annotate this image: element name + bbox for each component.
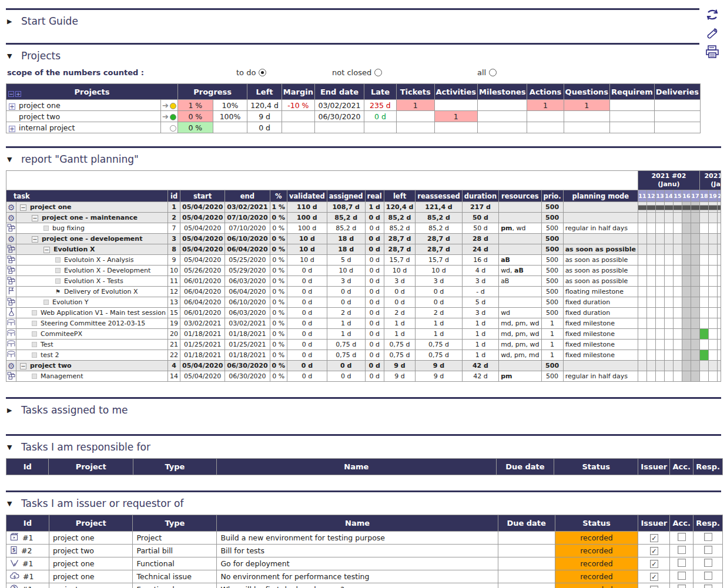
collapse-icon[interactable]: − <box>43 247 50 253</box>
task-name[interactable]: Delivery of Evolution X <box>64 288 138 295</box>
issuer-checkbox[interactable]: ✓ <box>650 586 658 588</box>
task-id[interactable]: #1 <box>22 559 33 568</box>
section-header-tasks-assigned[interactable]: ▶ Tasks assigned to me <box>6 399 721 421</box>
activities-count <box>434 100 478 111</box>
task-name[interactable]: bug fixing <box>52 224 85 232</box>
column-header: Progress <box>178 84 247 100</box>
gantt-task-row: ⚙−project one105/04/202003/02/20211 %110… <box>6 202 722 213</box>
resp-checkbox[interactable] <box>704 572 712 580</box>
task-name[interactable]: Bill for tests <box>217 545 498 557</box>
scope-radio-all[interactable]: all <box>477 68 497 77</box>
project-name[interactable]: project two <box>19 112 60 121</box>
task-name[interactable]: project one - maintenance <box>42 214 138 221</box>
tickets-count[interactable]: 1 <box>396 100 434 111</box>
task-name[interactable]: Evolution X - Development <box>64 267 150 274</box>
questions-count[interactable]: 1 <box>564 100 609 111</box>
gantt-task-row: Test2101/25/202101/25/20210 %0 d0,75 d0 … <box>6 340 722 350</box>
acc-checkbox[interactable] <box>678 559 686 567</box>
task-id[interactable]: #1 <box>22 533 33 542</box>
task-name[interactable]: CommiteePX <box>41 330 82 338</box>
print-icon[interactable] <box>705 45 720 59</box>
collapse-all-icon[interactable]: − <box>8 91 14 97</box>
expand-all-icon[interactable]: + <box>15 91 21 97</box>
questions-count <box>564 111 609 122</box>
task-due-date <box>498 545 555 557</box>
wrench-icon[interactable] <box>705 26 720 41</box>
task-name[interactable]: project one <box>30 203 72 211</box>
collapse-icon[interactable]: − <box>20 363 26 369</box>
refresh-icon[interactable] <box>705 7 720 22</box>
task-real: 0 d <box>365 329 384 340</box>
task-pct: 0 % <box>270 318 287 329</box>
section-header-projects[interactable]: ▼ Projects <box>6 45 721 67</box>
task-name[interactable]: Web Application V1 - Main test session <box>41 309 166 317</box>
acc-checkbox[interactable] <box>678 572 686 580</box>
gantt-day-cell <box>664 213 673 223</box>
issuer-checkbox[interactable]: ✓ <box>650 560 658 568</box>
task-id[interactable]: #2 <box>21 546 32 555</box>
task-name[interactable]: Evolutoin X - Analysis <box>64 256 134 264</box>
issuer-checkbox[interactable]: ✓ <box>650 573 658 581</box>
task-name[interactable]: Evolution X <box>53 246 95 253</box>
actions-count <box>527 122 564 133</box>
task-id: 12 <box>168 287 180 297</box>
gantt-column-header: start <box>180 190 225 202</box>
task-row: #1project oneTechnical issueNo environme… <box>6 570 723 583</box>
collapse-icon[interactable]: − <box>32 236 38 243</box>
task-name[interactable]: Build a new environment for testing purp… <box>217 532 498 545</box>
questions-count <box>564 122 609 133</box>
task-name[interactable]: Evolution Y <box>52 298 89 306</box>
collapse-icon[interactable]: − <box>20 204 26 211</box>
requirem-count <box>610 100 655 111</box>
section-header-tasks-responsible[interactable]: ▼ Tasks I am responsible for <box>6 436 721 458</box>
task-id-cell: #1 <box>6 532 49 545</box>
actions-count[interactable]: 1 <box>527 100 564 111</box>
task-name[interactable]: test 2 <box>41 351 59 359</box>
gantt-day-cell <box>691 361 699 371</box>
expand-icon[interactable]: + <box>9 103 15 110</box>
resp-checkbox[interactable] <box>704 546 712 554</box>
task-name[interactable]: Evolution X - Tests <box>64 277 123 285</box>
gantt-day-cell <box>717 223 721 234</box>
acc-checkbox[interactable] <box>678 546 686 554</box>
task-name[interactable]: Who will be first deployed users ? <box>217 583 498 588</box>
acc-checkbox[interactable] <box>678 584 686 588</box>
section-header-tasks-issuer[interactable]: ▼ Tasks I am issuer or requestor of <box>6 492 721 515</box>
scope-radio-not-closed[interactable]: not closed <box>332 68 382 77</box>
issuer-checkbox[interactable]: ✓ <box>650 534 658 542</box>
task-name[interactable]: project one - developement <box>42 235 142 243</box>
spacer <box>6 475 721 490</box>
resp-checkbox[interactable] <box>704 584 712 588</box>
project-name[interactable]: project one <box>19 101 61 110</box>
task-name[interactable]: project two <box>30 362 72 369</box>
task-type-cell <box>6 318 16 329</box>
gantt-day-header: 14 <box>664 190 673 202</box>
task-end: 07/10/2020 <box>225 213 270 223</box>
task-name[interactable]: Management <box>41 372 83 380</box>
task-name[interactable]: Test <box>41 341 53 348</box>
acc-checkbox[interactable] <box>678 533 686 541</box>
task-id[interactable]: #1 <box>23 572 33 581</box>
task-id[interactable]: #1 <box>22 585 32 588</box>
project-name[interactable]: internal project <box>19 123 75 132</box>
activities-count[interactable]: 1 <box>434 111 478 122</box>
radio-button-icon[interactable] <box>259 69 266 76</box>
task-name[interactable]: Steering Committee 2012-03-15 <box>41 320 145 327</box>
section-header-start-guide[interactable]: ▶ Start Guide <box>6 10 721 32</box>
task-duration: 1 d <box>462 350 498 361</box>
resp-checkbox[interactable] <box>704 559 712 567</box>
column-header: Id <box>6 459 49 475</box>
resp-checkbox[interactable] <box>704 533 712 541</box>
task-name[interactable]: No environment for performance testing <box>217 570 498 583</box>
task-name[interactable]: Go for deployment <box>217 557 498 570</box>
gantt-day-cell <box>691 244 699 255</box>
task-pct: 0 % <box>270 276 287 287</box>
issuer-checkbox[interactable]: ✓ <box>650 547 658 555</box>
expand-icon[interactable]: + <box>9 126 15 132</box>
radio-button-icon[interactable] <box>374 69 382 76</box>
scope-radio-to-do[interactable]: to do <box>236 68 266 77</box>
section-header-gantt-report[interactable]: ▼ report "Gantt planning" <box>6 148 721 170</box>
radio-button-icon[interactable] <box>489 69 497 76</box>
collapse-icon[interactable]: − <box>32 215 38 221</box>
gantt-day-cell <box>708 234 717 244</box>
